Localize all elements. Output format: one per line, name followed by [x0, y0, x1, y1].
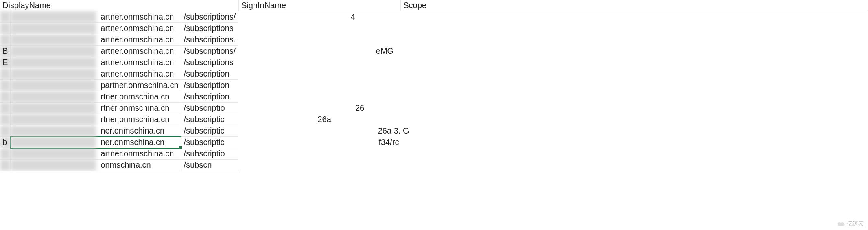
cell-scope-text: /subscriptio [184, 149, 225, 158]
cell-scope-text: /subscriptic [184, 138, 225, 147]
table-row[interactable]: rtner.onmschina.cn/subscription [0, 91, 238, 103]
cell-scope-extra: f34/rc [378, 138, 399, 147]
cell-display-name[interactable] [0, 160, 11, 171]
table-row[interactable]: partner.onmschina.cn/subscription [0, 80, 238, 91]
cell-sign-in-name[interactable]: artner.onmschina.cn [11, 68, 181, 80]
cell-signin-text: rtner.onmschina.cn [13, 103, 169, 112]
cell-sign-in-name[interactable]: artner.onmschina.cn [11, 148, 181, 160]
cell-display-text: E [2, 58, 8, 67]
table-row[interactable]: Eartner.onmschina.cn/subscriptions [0, 57, 238, 68]
header-display-name[interactable]: DisplayName [0, 0, 238, 11]
cell-display-name[interactable] [0, 114, 11, 125]
table-row[interactable]: onmschina.cn/subscri [0, 160, 238, 171]
cell-scope-text: /subscri [184, 160, 212, 169]
table-row[interactable]: ner.onmschina.cn/subscriptic26a 3. G [0, 125, 238, 137]
spreadsheet-table[interactable]: DisplayName SignInName Scope artner.onms… [0, 0, 868, 171]
cell-scope-text: /subscriptions [184, 58, 234, 67]
cell-scope[interactable]: /subscriptio26 [181, 103, 238, 114]
cell-scope-text: /subscriptions/ [184, 46, 236, 55]
cell-sign-in-name[interactable]: artner.onmschina.cn [11, 34, 181, 46]
cell-scope-text: /subscription [184, 92, 230, 101]
cell-scope-text: /subscriptio [184, 103, 225, 112]
cell-signin-text: artner.onmschina.cn [13, 12, 174, 21]
table-row[interactable]: artner.onmschina.cn/subscriptions [0, 23, 238, 34]
cell-display-name[interactable] [0, 80, 11, 91]
cell-signin-text: artner.onmschina.cn [13, 149, 174, 158]
cell-display-name[interactable] [0, 68, 11, 80]
cell-scope-text: /subscription [184, 69, 230, 78]
cell-scope-extra: 26a [318, 115, 331, 124]
cell-signin-text: rtner.onmschina.cn [13, 92, 169, 101]
cell-signin-text: artner.onmschina.cn [13, 58, 174, 67]
table-row[interactable]: rtner.onmschina.cn/subscriptio26 [0, 103, 238, 114]
cell-signin-text: artner.onmschina.cn [13, 24, 174, 33]
cell-sign-in-name[interactable]: onmschina.cn [11, 160, 181, 171]
cell-scope[interactable]: /subscription [181, 80, 238, 91]
cell-display-name[interactable] [0, 125, 11, 137]
cell-scope[interactable]: /subscriptions/4 [181, 11, 238, 23]
table-row[interactable]: artner.onmschina.cn/subscriptions/4 [0, 11, 238, 23]
cell-signin-text: rtner.onmschina.cn [13, 115, 169, 124]
cell-scope[interactable]: /subscriptic26a 3. G [181, 125, 238, 137]
header-scope[interactable]: Scope [401, 0, 868, 11]
cell-display-name[interactable]: B [0, 46, 11, 57]
table-row[interactable]: Bartner.onmschina.cn/subscriptions/eMG [0, 46, 238, 57]
cell-sign-in-name[interactable]: artner.onmschina.cn [11, 23, 181, 34]
table-row[interactable]: artner.onmschina.cn/subscriptio [0, 148, 238, 160]
cell-scope-extra: 26 [355, 103, 364, 113]
cell-scope[interactable]: /subscription [181, 68, 238, 80]
cell-sign-in-name[interactable]: rtner.onmschina.cn [11, 103, 181, 114]
header-row: DisplayName SignInName Scope [0, 0, 868, 11]
cell-signin-text: ner.onmschina.cn [13, 126, 164, 135]
cell-sign-in-name[interactable]: ner.onmschina.cn [11, 137, 181, 148]
cell-display-name[interactable]: b [0, 137, 11, 148]
cell-scope[interactable]: /subscriptions [181, 23, 238, 34]
cell-signin-text: ner.onmschina.cn [13, 138, 164, 147]
cell-display-name[interactable] [0, 23, 11, 34]
cell-signin-text: partner.onmschina.cn [13, 81, 178, 90]
cell-scope-text: /subscriptic [184, 115, 225, 124]
cell-display-name[interactable] [0, 148, 11, 160]
cell-scope[interactable]: /subscri [181, 160, 238, 171]
cell-scope[interactable]: /subscriptic26a [181, 114, 238, 125]
cell-scope[interactable]: /subscriptions [181, 57, 238, 68]
table-row[interactable]: bner.onmschina.cn/subscripticf34/rc [0, 137, 238, 148]
cell-signin-text: onmschina.cn [13, 160, 151, 169]
cell-display-name[interactable] [0, 91, 11, 103]
cell-sign-in-name[interactable]: partner.onmschina.cn [11, 80, 181, 91]
table-row[interactable]: artner.onmschina.cn/subscriptions. [0, 34, 238, 46]
cell-scope[interactable]: /subscription [181, 91, 238, 103]
cell-scope-text: /subscriptions [184, 24, 234, 33]
cell-scope[interactable]: /subscriptions. [181, 34, 238, 46]
cell-signin-text: artner.onmschina.cn [13, 69, 174, 78]
table-row[interactable]: artner.onmschina.cn/subscription [0, 68, 238, 80]
cell-scope-extra: eMG [376, 46, 394, 56]
cell-scope-text: /subscriptic [184, 126, 225, 135]
cell-display-name[interactable] [0, 103, 11, 114]
cell-sign-in-name[interactable]: artner.onmschina.cn [11, 11, 181, 23]
cell-sign-in-name[interactable]: rtner.onmschina.cn [11, 91, 181, 103]
cell-display-name[interactable] [0, 34, 11, 46]
cell-scope-extra: 26a 3. G [378, 126, 409, 136]
cell-scope[interactable]: /subscriptions/eMG [181, 46, 238, 57]
header-sign-in-name[interactable]: SignInName [238, 0, 400, 11]
cell-signin-text: artner.onmschina.cn [13, 35, 174, 44]
cell-scope[interactable]: /subscripticf34/rc [181, 137, 238, 148]
cell-sign-in-name[interactable]: artner.onmschina.cn [11, 57, 181, 68]
cell-display-name[interactable] [0, 11, 11, 23]
cell-scope-text: /subscription [184, 81, 230, 90]
cell-signin-text: artner.onmschina.cn [13, 46, 174, 55]
cell-display-name[interactable]: E [0, 57, 11, 68]
cell-sign-in-name[interactable]: artner.onmschina.cn [11, 46, 181, 57]
cell-display-text: B [2, 46, 8, 55]
cell-sign-in-name[interactable]: ner.onmschina.cn [11, 125, 181, 137]
cell-display-text: b [2, 138, 7, 147]
cell-scope[interactable]: /subscriptio [181, 148, 238, 160]
cell-scope-text: /subscriptions/ [184, 12, 236, 21]
table-row[interactable]: rtner.onmschina.cn/subscriptic26a [0, 114, 238, 125]
cell-scope-text: /subscriptions. [184, 35, 236, 44]
cell-sign-in-name[interactable]: rtner.onmschina.cn [11, 114, 181, 125]
cell-scope-extra: 4 [350, 12, 355, 22]
